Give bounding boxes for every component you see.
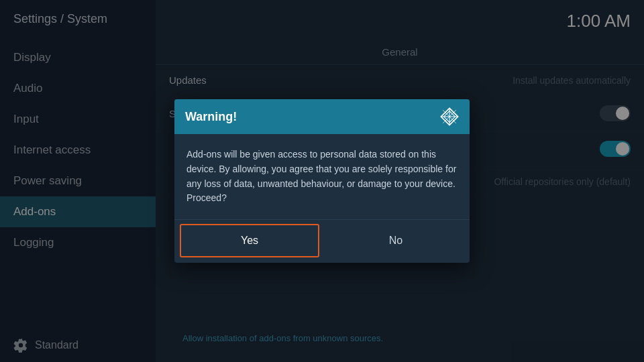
warning-dialog: Warning! Add-ons will be given access to… [174,99,470,263]
dialog-overlay: Warning! Add-ons will be given access to… [0,0,644,362]
dialog-header: Warning! [174,99,470,134]
dialog-buttons: Yes No [174,219,470,263]
kodi-logo-icon [440,107,459,126]
dialog-yes-button[interactable]: Yes [180,224,319,257]
dialog-no-button[interactable]: No [327,224,464,257]
dialog-title: Warning! [185,110,237,124]
dialog-body: Add-ons will be given access to personal… [174,134,470,219]
